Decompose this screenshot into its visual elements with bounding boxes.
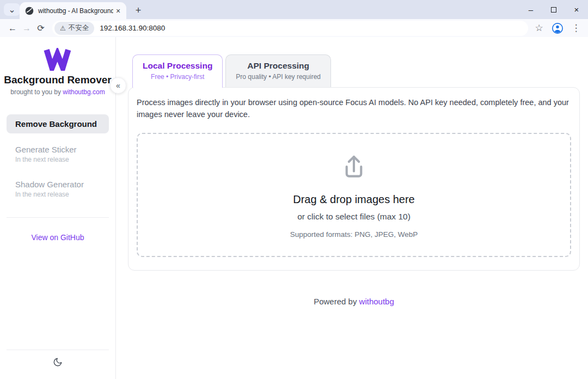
powered-by-prefix: Powered by bbox=[314, 297, 359, 306]
dark-mode-toggle[interactable] bbox=[0, 350, 115, 379]
panel-description: Process images directly in your browser … bbox=[137, 97, 571, 121]
sidebar-item-shadow-generator[interactable]: Shadow Generator In the next release bbox=[7, 175, 109, 203]
warning-icon: ⚠ bbox=[60, 25, 66, 32]
new-tab-button[interactable]: + bbox=[132, 4, 145, 17]
bookmark-star-button[interactable]: ☆ bbox=[532, 22, 546, 35]
collapse-sidebar-button[interactable]: « bbox=[110, 77, 126, 94]
sidebar-item-sub: In the next release bbox=[15, 156, 100, 163]
reload-button[interactable]: ⟳ bbox=[34, 21, 48, 35]
browser-tabstrip: ⌄ withoutbg - AI Background R × + – × bbox=[0, 0, 588, 19]
app-tagline: brought to you by withoutbg.com bbox=[0, 88, 115, 96]
tab-label: Local Processing bbox=[143, 61, 212, 71]
app-title: Background Remover bbox=[0, 74, 115, 86]
close-window-button[interactable]: × bbox=[565, 0, 588, 19]
dropzone-title: Drag & drop images here bbox=[293, 193, 414, 206]
app-content: Background Remover brought to you by wit… bbox=[0, 37, 588, 379]
maximize-button[interactable] bbox=[542, 0, 565, 19]
processing-tabs: Local Processing Free • Privacy-first AP… bbox=[132, 54, 580, 87]
browser-toolbar: ← → ⟳ ⚠ 不安全 192.168.31.90:8080 ☆ bbox=[0, 19, 588, 37]
toolbar-right: ☆ ⋮ bbox=[532, 22, 583, 35]
sidebar-item-label: Shadow Generator bbox=[15, 180, 100, 189]
sidebar-item-label: Generate Sticker bbox=[15, 145, 100, 154]
tab-label: API Processing bbox=[236, 61, 321, 71]
star-icon: ☆ bbox=[535, 22, 543, 34]
url-text: 192.168.31.90:8080 bbox=[100, 24, 165, 32]
plus-icon: + bbox=[136, 5, 142, 16]
sidebar-divider bbox=[7, 217, 109, 218]
sidebar: Background Remover brought to you by wit… bbox=[0, 37, 116, 379]
sidebar-spacer bbox=[0, 242, 115, 342]
minimize-button[interactable]: – bbox=[519, 0, 542, 19]
browser-window: ⌄ withoutbg - AI Background R × + – × bbox=[0, 0, 588, 379]
sidebar-item-label: Remove Background bbox=[15, 119, 100, 129]
minimize-icon: – bbox=[529, 5, 533, 14]
tagline-prefix: brought to you by bbox=[10, 88, 63, 96]
moon-icon bbox=[53, 359, 63, 369]
file-dropzone[interactable]: Drag & drop images here or click to sele… bbox=[137, 133, 571, 257]
withoutbg-logo-icon bbox=[42, 63, 73, 72]
dropzone-subtitle: or click to select files (max 10) bbox=[297, 212, 411, 222]
tagline-link[interactable]: withoutbg.com bbox=[63, 88, 105, 96]
upload-icon bbox=[338, 151, 370, 185]
close-icon: × bbox=[574, 5, 579, 14]
tab-api-processing[interactable]: API Processing Pro quality • API key req… bbox=[225, 54, 331, 87]
sidebar-item-remove-background[interactable]: Remove Background bbox=[7, 114, 109, 133]
profile-button[interactable] bbox=[551, 22, 564, 35]
security-chip[interactable]: ⚠ 不安全 bbox=[54, 22, 94, 35]
security-label: 不安全 bbox=[69, 23, 89, 33]
browser-tab[interactable]: withoutbg - AI Background R × bbox=[20, 2, 126, 19]
tab-local-processing[interactable]: Local Processing Free • Privacy-first bbox=[132, 54, 223, 88]
close-tab-icon[interactable]: × bbox=[113, 6, 123, 16]
view-on-github-link[interactable]: View on GitHub bbox=[0, 233, 115, 242]
forward-arrow-icon: → bbox=[22, 23, 31, 33]
profile-avatar-icon bbox=[552, 22, 564, 34]
browser-tab-title: withoutbg - AI Background R bbox=[38, 7, 113, 15]
back-button[interactable]: ← bbox=[5, 21, 20, 35]
withoutbg-link[interactable]: withoutbg bbox=[359, 297, 394, 306]
local-processing-panel: Process images directly in your browser … bbox=[128, 87, 580, 271]
three-dots-icon: ⋮ bbox=[572, 22, 581, 34]
sidebar-nav: Remove Background Generate Sticker In th… bbox=[0, 114, 115, 210]
address-bar[interactable]: ⚠ 不安全 192.168.31.90:8080 bbox=[52, 21, 528, 36]
sidebar-item-sub: In the next release bbox=[15, 191, 100, 198]
reload-icon: ⟳ bbox=[37, 23, 44, 33]
powered-by-footer: Powered by withoutbg bbox=[128, 297, 580, 306]
maximize-icon bbox=[551, 7, 556, 13]
sidebar-item-generate-sticker[interactable]: Generate Sticker In the next release bbox=[7, 140, 109, 168]
back-arrow-icon: ← bbox=[8, 23, 17, 33]
logo-block: Background Remover brought to you by wit… bbox=[0, 48, 115, 96]
tab-subtitle: Pro quality • API key required bbox=[236, 73, 321, 81]
favicon-icon bbox=[25, 7, 34, 15]
dropzone-formats: Supported formats: PNG, JPEG, WebP bbox=[290, 230, 418, 239]
forward-button[interactable]: → bbox=[20, 21, 34, 35]
window-controls: – × bbox=[519, 0, 588, 19]
chevron-down-icon: ⌄ bbox=[8, 4, 15, 15]
main-panel: Local Processing Free • Privacy-first AP… bbox=[116, 37, 588, 379]
double-chevron-left-icon: « bbox=[116, 81, 120, 90]
tab-search-button[interactable]: ⌄ bbox=[4, 3, 20, 16]
browser-menu-button[interactable]: ⋮ bbox=[569, 22, 583, 35]
tab-subtitle: Free • Privacy-first bbox=[143, 73, 212, 81]
